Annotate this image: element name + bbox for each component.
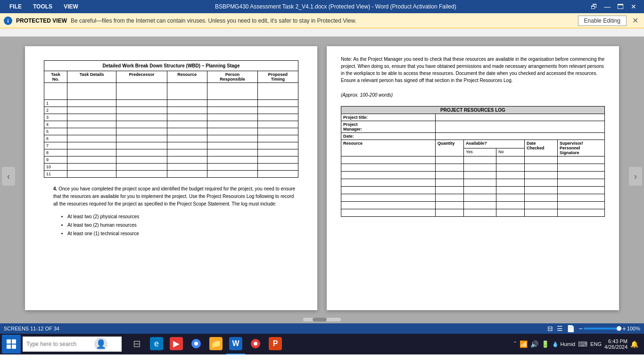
zoom-thumb	[617, 326, 621, 331]
table-row: 11	[44, 171, 298, 178]
col-supervisor-header: Supervisor/PersonnelSignature	[558, 140, 605, 156]
right-page: Note: As the Project Manager you need to…	[327, 46, 619, 310]
menu-view[interactable]: VIEW	[58, 2, 84, 11]
taskview-icon: ⊟	[130, 337, 143, 350]
window-controls: 🗗 — 🗖 ✕	[587, 0, 640, 13]
ribbon	[0, 28, 644, 37]
protected-message: Be careful—files from the Internet can c…	[71, 17, 574, 24]
table-row: 8	[44, 149, 298, 156]
zoom-out-button[interactable]: −	[578, 325, 582, 332]
volume-icon[interactable]: 🔊	[530, 340, 538, 348]
wbd-header-space	[44, 83, 298, 100]
table-row: 2	[44, 107, 298, 114]
list-item: At least two (2) physical resources	[67, 213, 298, 221]
date-display: 4/26/2024	[604, 344, 627, 350]
table-row: 10	[44, 164, 298, 171]
chevron-up-icon[interactable]: ˄	[513, 340, 517, 348]
menu-bar-area: FILE TOOLS VIEW	[4, 2, 84, 11]
window-title: BSBPMG430 Assessment Task 2_V4.1.docx (P…	[84, 3, 587, 10]
menu-file[interactable]: FILE	[4, 2, 27, 11]
col-header-row: Resource Quantity Available? DateChecked…	[341, 140, 605, 148]
taskbar-app-ppt[interactable]: P	[266, 334, 285, 354]
approx-text: (Approx. 100-200 words)	[341, 91, 605, 99]
restore-button[interactable]: 🗗	[587, 0, 601, 13]
note-paragraph: Note: As the Project Manager you need to…	[341, 56, 605, 84]
read-icon[interactable]: 📄	[567, 325, 575, 332]
start-button[interactable]	[2, 335, 21, 354]
taskbar-app-explorer[interactable]: 📁	[206, 334, 225, 354]
list-item: At least one (1) technical resource	[67, 230, 298, 238]
explorer-icon: 📁	[209, 337, 223, 350]
resources-title-row: PROJECT RESOURCES LOG	[341, 107, 605, 114]
taskbar-app-taskview[interactable]: ⊟	[127, 334, 146, 354]
windows-logo	[7, 339, 16, 349]
table-row	[341, 187, 605, 194]
col-resource: Resource	[167, 71, 207, 83]
project-title-value	[436, 114, 605, 121]
close-button[interactable]: ✕	[627, 0, 640, 13]
page-indicator	[0, 316, 644, 323]
time-display: 6:43 PM	[604, 338, 627, 344]
protected-close-button[interactable]: ✕	[630, 16, 640, 25]
status-bar: SCREENS 11-12 OF 34 ⊟ ☰ 📄 − + 100%	[0, 323, 644, 334]
taskbar-app-edge[interactable]: e	[147, 334, 166, 354]
date-row: Date:	[341, 133, 605, 140]
notification-icon[interactable]: 🔔	[630, 340, 638, 348]
taskbar-app-chrome[interactable]	[187, 334, 206, 354]
taskbar-app-media[interactable]: ▶	[167, 334, 186, 354]
status-text: SCREENS 11-12 OF 34	[4, 326, 547, 331]
menu-tools[interactable]: TOOLS	[27, 2, 58, 11]
zoom-fill	[584, 328, 621, 329]
next-page-button[interactable]: ›	[629, 167, 642, 186]
document-area: ‹ Detailed Work Break Down Structure (WB…	[0, 37, 644, 316]
project-title-row: Project title:	[341, 114, 605, 121]
taskbar: 👤 ⊟ e ▶ 📁 W P	[0, 334, 644, 354]
table-row: 3	[44, 114, 298, 121]
project-manager-value	[436, 121, 605, 133]
col-person: PersonResponsible	[207, 71, 258, 83]
item4-paragraph: 4. Once you have completed the project s…	[53, 185, 298, 208]
chrome2-icon	[249, 337, 262, 350]
zoom-in-button[interactable]: +	[622, 325, 626, 332]
protected-label: PROTECTED VIEW	[16, 17, 67, 24]
view-icon[interactable]: ⊟	[547, 325, 553, 332]
col-available-header: Available?	[464, 140, 525, 148]
item4-number: 4.	[53, 186, 57, 191]
enable-editing-button[interactable]: Enable Editing	[578, 16, 627, 26]
col-yes-header: Yes	[464, 148, 496, 156]
left-page: Detailed Work Break Down Structure (WBD)…	[25, 46, 317, 310]
table-row: 4	[44, 121, 298, 128]
table-row	[341, 209, 605, 217]
resources-title: PROJECT RESOURCES LOG	[341, 107, 605, 114]
minimize-button[interactable]: —	[601, 0, 614, 13]
layout-icon[interactable]: ☰	[557, 325, 563, 332]
resources-log-table: PROJECT RESOURCES LOG Project title: Pro…	[341, 106, 605, 217]
table-row	[341, 202, 605, 209]
wbd-title-row: Detailed Work Break Down Structure (WBD)…	[44, 61, 298, 71]
keyboard-icon[interactable]: ⌨	[578, 340, 587, 348]
table-row: 6	[44, 135, 298, 142]
weather-text: 💧 Humid	[552, 341, 575, 347]
network-icon[interactable]: 📶	[520, 340, 528, 348]
table-row	[341, 179, 605, 187]
taskbar-app-word[interactable]: W	[226, 334, 245, 354]
search-input[interactable]	[26, 341, 92, 347]
table-row: 9	[44, 156, 298, 164]
col-quantity-header: Quantity	[436, 140, 464, 156]
search-box: 👤	[23, 337, 122, 352]
table-row: 1	[44, 100, 298, 107]
battery-icon[interactable]: 🔋	[541, 340, 549, 348]
col-date-header: DateChecked	[525, 140, 558, 156]
table-row	[341, 156, 605, 164]
taskbar-app-chrome2[interactable]	[246, 334, 265, 354]
media-icon: ▶	[170, 337, 183, 350]
title-bar: FILE TOOLS VIEW BSBPMG430 Assessment Tas…	[0, 0, 644, 13]
search-avatar: 👤	[94, 337, 107, 351]
item4-text: Once you have completed the project scop…	[53, 186, 295, 206]
info-icon: i	[4, 16, 12, 25]
prev-page-button[interactable]: ‹	[2, 167, 15, 186]
maximize-button[interactable]: 🗖	[614, 0, 627, 13]
ppt-icon: P	[269, 337, 282, 350]
project-manager-label: ProjectManager:	[341, 121, 436, 133]
wbd-title: Detailed Work Break Down Structure (WBD)…	[44, 61, 298, 71]
